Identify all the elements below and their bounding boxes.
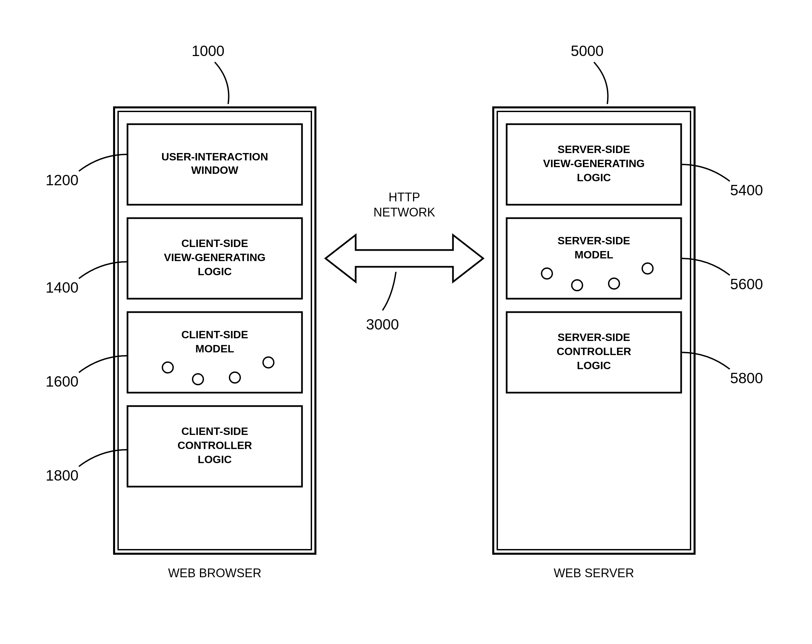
block-text: WINDOW bbox=[191, 164, 238, 176]
ref-5000: 5000 bbox=[571, 43, 604, 59]
client-side-view-generating-logic-block: CLIENT-SIDE VIEW-GENERATING LOGIC bbox=[128, 218, 302, 299]
svg-point-6 bbox=[192, 374, 203, 385]
web-server-label: WEB SERVER bbox=[554, 566, 634, 580]
web-browser-container: USER-INTERACTION WINDOW CLIENT-SIDE VIEW… bbox=[114, 107, 315, 580]
ref-1000: 1000 bbox=[192, 43, 224, 59]
ref-5400: 5400 bbox=[730, 182, 763, 198]
web-server-container: SERVER-SIDE VIEW-GENERATING LOGIC SERVER… bbox=[493, 107, 694, 580]
ref-5800: 5800 bbox=[730, 370, 763, 386]
svg-point-7 bbox=[229, 372, 240, 383]
diagram-canvas: USER-INTERACTION WINDOW CLIENT-SIDE VIEW… bbox=[0, 0, 812, 644]
svg-point-14 bbox=[542, 268, 552, 279]
server-side-view-generating-logic-block: SERVER-SIDE VIEW-GENERATING LOGIC bbox=[507, 124, 681, 205]
network-label-line1: HTTP bbox=[389, 190, 420, 204]
block-text: SERVER-SIDE bbox=[558, 143, 630, 156]
block-text: LOGIC bbox=[577, 171, 611, 183]
server-side-controller-logic-block: SERVER-SIDE CONTROLLER LOGIC bbox=[507, 312, 681, 393]
block-text: LOGIC bbox=[577, 359, 611, 371]
block-text: LOGIC bbox=[198, 453, 232, 465]
block-text: VIEW-GENERATING bbox=[543, 157, 645, 169]
ref-1400: 1400 bbox=[46, 279, 78, 296]
svg-point-5 bbox=[162, 362, 173, 373]
block-text: MODEL bbox=[195, 343, 234, 355]
block-text: USER-INTERACTION bbox=[162, 151, 268, 163]
user-interaction-window-block: USER-INTERACTION WINDOW bbox=[128, 124, 302, 205]
ref-1200: 1200 bbox=[46, 172, 78, 188]
ref-5600: 5600 bbox=[730, 276, 763, 292]
block-text: MODEL bbox=[574, 249, 614, 261]
svg-point-17 bbox=[642, 263, 653, 274]
ref-1600: 1600 bbox=[46, 373, 78, 390]
block-text: SERVER-SIDE bbox=[558, 235, 630, 247]
block-text: CONTROLLER bbox=[557, 345, 631, 357]
ref-5000-leader: 5000 bbox=[571, 43, 608, 104]
ref-1000-leader: 1000 bbox=[192, 43, 229, 104]
client-side-controller-logic-block: CLIENT-SIDE CONTROLLER LOGIC bbox=[128, 406, 302, 487]
block-text: CLIENT-SIDE bbox=[181, 237, 248, 249]
client-side-model-block: CLIENT-SIDE MODEL bbox=[128, 312, 302, 393]
svg-point-16 bbox=[609, 278, 620, 289]
svg-point-8 bbox=[263, 357, 274, 368]
ref-1800: 1800 bbox=[46, 467, 78, 484]
block-text: CLIENT-SIDE bbox=[181, 328, 248, 340]
block-text: SERVER-SIDE bbox=[558, 331, 630, 343]
block-text: VIEW-GENERATING bbox=[164, 251, 266, 264]
network-label-line2: NETWORK bbox=[374, 205, 435, 219]
block-text: LOGIC bbox=[198, 266, 232, 278]
svg-point-15 bbox=[572, 280, 583, 291]
server-side-model-block: SERVER-SIDE MODEL bbox=[507, 218, 681, 299]
ref-3000: 3000 bbox=[366, 316, 399, 333]
http-network-arrow: HTTP NETWORK 3000 bbox=[325, 190, 483, 333]
block-text: CLIENT-SIDE bbox=[181, 425, 248, 437]
block-text: CONTROLLER bbox=[177, 439, 252, 452]
web-browser-label: WEB BROWSER bbox=[168, 566, 261, 580]
